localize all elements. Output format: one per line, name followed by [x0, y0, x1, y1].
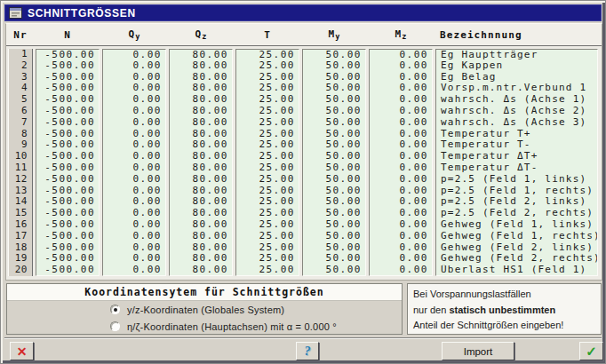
cell-qz[interactable]: 80.00	[169, 231, 233, 242]
cell-bezeichnung[interactable]: Überlast HS1 (Feld 1)	[435, 265, 598, 276]
cell-my[interactable]: 50.00	[302, 208, 366, 219]
cell-mz[interactable]: 0.00	[369, 117, 433, 129]
cell-qy[interactable]: 0.00	[102, 196, 166, 208]
cell-mz[interactable]: 0.00	[369, 106, 433, 117]
cell-qy[interactable]: 0.00	[102, 151, 166, 162]
cell-qz[interactable]: 80.00	[169, 253, 233, 265]
import-button[interactable]: Import	[442, 342, 514, 360]
cell-n[interactable]: -500.00	[36, 162, 100, 174]
cell-qy[interactable]: 0.00	[102, 162, 166, 174]
cell-qz[interactable]: 80.00	[169, 162, 233, 174]
cell-bezeichnung[interactable]: p=2.5 (Feld 2, links)	[435, 196, 598, 208]
cell-n[interactable]: -500.00	[36, 151, 100, 162]
cell-t[interactable]: 25.00	[235, 60, 299, 72]
cell-t[interactable]: 25.00	[235, 139, 299, 151]
cell-qy[interactable]: 0.00	[102, 265, 166, 276]
cell-my[interactable]: 50.00	[302, 60, 366, 72]
cell-n[interactable]: -500.00	[36, 219, 100, 231]
radio-button-eta-zeta[interactable]	[110, 321, 120, 331]
cell-mz[interactable]: 0.00	[369, 208, 433, 219]
cell-mz[interactable]: 0.00	[369, 139, 433, 151]
radio-button-yz[interactable]	[110, 305, 120, 314]
cell-qy[interactable]: 0.00	[102, 106, 166, 117]
cell-t[interactable]: 25.00	[235, 94, 299, 106]
cell-qy[interactable]: 0.00	[102, 72, 166, 83]
cell-my[interactable]: 50.00	[302, 265, 366, 276]
cell-mz[interactable]: 0.00	[369, 186, 433, 197]
cell-qy[interactable]: 0.00	[102, 94, 166, 106]
cell-n[interactable]: -500.00	[36, 242, 100, 254]
cell-my[interactable]: 50.00	[302, 242, 366, 254]
cell-bezeichnung[interactable]: p=2.5 (Feld 1, rechts)	[435, 186, 598, 197]
cell-qy[interactable]: 0.00	[102, 117, 166, 129]
cell-t[interactable]: 25.00	[235, 196, 299, 208]
cell-mz[interactable]: 0.00	[369, 265, 433, 276]
cell-t[interactable]: 25.00	[235, 83, 299, 94]
cell-bezeichnung[interactable]: wahrsch. Δs (Achse 1)	[435, 94, 598, 106]
cell-bezeichnung[interactable]: Gehweg (Feld 1, links)	[435, 219, 598, 231]
cell-qz[interactable]: 80.00	[169, 72, 233, 83]
cell-qz[interactable]: 80.00	[169, 151, 233, 162]
cell-qz[interactable]: 80.00	[169, 94, 233, 106]
cell-t[interactable]: 25.00	[235, 117, 299, 129]
cell-n[interactable]: -500.00	[36, 139, 100, 151]
cell-qz[interactable]: 80.00	[169, 129, 233, 140]
cell-my[interactable]: 50.00	[302, 231, 366, 242]
cell-qy[interactable]: 0.00	[102, 253, 166, 265]
cell-mz[interactable]: 0.00	[369, 83, 433, 94]
cell-my[interactable]: 50.00	[302, 162, 366, 174]
cell-bezeichnung[interactable]: Temperatur ΔT-	[435, 162, 598, 174]
cell-my[interactable]: 50.00	[302, 83, 366, 94]
cell-n[interactable]: -500.00	[36, 196, 100, 208]
cell-t[interactable]: 25.00	[235, 49, 299, 60]
cell-qy[interactable]: 0.00	[102, 242, 166, 254]
cell-bezeichnung[interactable]: Vorsp.m.ntr.Verbund 1	[435, 83, 598, 94]
cell-my[interactable]: 50.00	[302, 94, 366, 106]
ok-button[interactable]: ✓	[579, 342, 603, 360]
cell-qy[interactable]: 0.00	[102, 129, 166, 140]
cell-my[interactable]: 50.00	[302, 253, 366, 265]
cell-qz[interactable]: 80.00	[169, 83, 233, 94]
cell-mz[interactable]: 0.00	[369, 49, 433, 60]
radio-option-eta-zeta[interactable]: η/ζ-Koordinaten (Hauptachsen) mit α = 0.…	[7, 318, 402, 335]
cell-bezeichnung[interactable]: Temperatur T+	[435, 129, 598, 140]
cell-qz[interactable]: 80.00	[169, 139, 233, 151]
cell-n[interactable]: -500.00	[36, 231, 100, 242]
cell-bezeichnung[interactable]: Gehweg (Feld 2, links)	[435, 242, 598, 254]
cell-bezeichnung[interactable]: Gehweg (Feld 2, rechts)	[435, 253, 598, 265]
cell-qz[interactable]: 80.00	[169, 117, 233, 129]
cell-mz[interactable]: 0.00	[369, 242, 433, 254]
cell-n[interactable]: -500.00	[36, 253, 100, 265]
cell-bezeichnung[interactable]: p=2.5 (Feld 1, links)	[435, 174, 598, 186]
cell-qy[interactable]: 0.00	[102, 174, 166, 186]
cell-qy[interactable]: 0.00	[102, 49, 166, 60]
cell-mz[interactable]: 0.00	[369, 129, 433, 140]
cell-qy[interactable]: 0.00	[102, 208, 166, 219]
help-button[interactable]: ?	[296, 342, 319, 360]
cell-t[interactable]: 25.00	[235, 72, 299, 83]
cell-my[interactable]: 50.00	[302, 49, 366, 60]
cell-qz[interactable]: 80.00	[169, 49, 233, 60]
cell-my[interactable]: 50.00	[302, 117, 366, 129]
cell-bezeichnung[interactable]: Gehweg (Feld 1, rechts)	[435, 231, 598, 242]
cell-qy[interactable]: 0.00	[102, 139, 166, 151]
cell-mz[interactable]: 0.00	[369, 72, 433, 83]
cell-t[interactable]: 25.00	[235, 162, 299, 174]
cell-t[interactable]: 25.00	[235, 208, 299, 219]
cell-t[interactable]: 25.00	[235, 219, 299, 231]
cell-qz[interactable]: 80.00	[169, 196, 233, 208]
cell-t[interactable]: 25.00	[235, 186, 299, 197]
cell-n[interactable]: -500.00	[36, 60, 100, 72]
cell-qz[interactable]: 80.00	[169, 174, 233, 186]
cell-mz[interactable]: 0.00	[369, 151, 433, 162]
cell-mz[interactable]: 0.00	[369, 60, 433, 72]
cell-t[interactable]: 25.00	[235, 174, 299, 186]
cell-mz[interactable]: 0.00	[369, 253, 433, 265]
cell-my[interactable]: 50.00	[302, 72, 366, 83]
cell-mz[interactable]: 0.00	[369, 162, 433, 174]
cell-bezeichnung[interactable]: Eg Kappen	[435, 60, 598, 72]
cell-my[interactable]: 50.00	[302, 186, 366, 197]
radio-option-yz[interactable]: y/z-Koordinaten (Globales System)	[7, 301, 402, 318]
cell-my[interactable]: 50.00	[302, 106, 366, 117]
cancel-button[interactable]: ✕	[10, 342, 34, 360]
